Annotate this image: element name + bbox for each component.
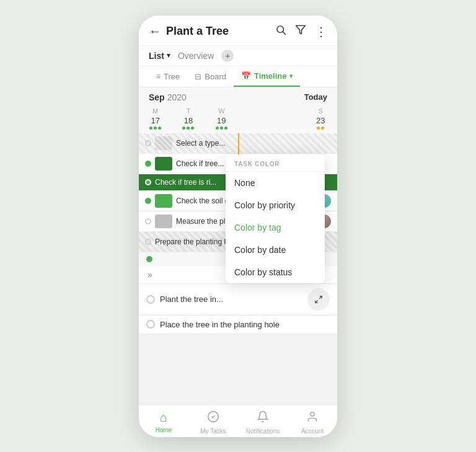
phone-frame: ← Plant a Tree ⋮ List ▾ Overview + [139, 16, 337, 437]
tab-list[interactable]: List ▾ [149, 51, 170, 61]
nav-account-label: Account [301, 428, 324, 435]
dropdown-item-priority[interactable]: Color by priority [226, 194, 325, 216]
header-icons: ⋮ [275, 24, 327, 39]
svg-marker-2 [296, 25, 306, 34]
dropdown-item-status[interactable]: Color by status [226, 261, 325, 283]
tabs-row2: ≡ Tree ⊟ Board 📅 Timeline ▾ [139, 66, 337, 87]
dropdown-header: TASK COLOR [226, 154, 325, 171]
filter-icon[interactable] [295, 24, 306, 39]
tab-timeline-arrow: ▾ [289, 73, 293, 79]
nav-home[interactable]: ⌂ Home [139, 410, 188, 435]
timeline-icon: 📅 [241, 71, 251, 81]
more-icon[interactable]: ⋮ [315, 24, 327, 39]
svg-point-6 [311, 412, 315, 416]
nav-notifications-label: Notifications [246, 428, 280, 435]
tab-board-label: Board [205, 72, 226, 81]
header: ← Plant a Tree ⋮ [139, 16, 337, 46]
nav-account[interactable]: Account [288, 410, 337, 435]
home-icon: ⌂ [160, 410, 167, 425]
tab-board[interactable]: ⊟ Board [187, 67, 234, 86]
dropdown-item-none[interactable]: None [226, 172, 325, 194]
tab-overview[interactable]: Overview [178, 51, 214, 61]
svg-line-1 [283, 32, 285, 34]
dropdown-item-date[interactable]: Color by date [226, 239, 325, 261]
task-color-dropdown: TASK COLOR None Color by priority Color … [226, 154, 325, 283]
tab-timeline-label: Timeline [254, 71, 287, 81]
notifications-icon [257, 410, 269, 426]
mytasks-icon [207, 410, 219, 426]
tree-icon: ≡ [156, 72, 161, 81]
board-icon: ⊟ [195, 72, 201, 81]
tab-tree[interactable]: ≡ Tree [149, 67, 187, 86]
bottom-nav: ⌂ Home My Tasks Notifications [139, 405, 337, 437]
tab-tree-label: Tree [164, 72, 180, 81]
back-button[interactable]: ← [149, 24, 161, 38]
nav-notifications[interactable]: Notifications [238, 410, 288, 435]
search-icon[interactable] [275, 24, 286, 39]
tab-add-button[interactable]: + [221, 50, 234, 62]
dropdown-item-tag[interactable]: Color by tag [226, 216, 325, 239]
nav-home-label: Home [156, 427, 172, 433]
dropdown-overlay[interactable]: TASK COLOR None Color by priority Color … [139, 87, 337, 405]
tabs-row1: List ▾ Overview + [139, 46, 337, 66]
main-content: Sep 2020 Today M 17 T 18 [139, 87, 337, 405]
tab-list-label: List [149, 51, 164, 61]
tab-list-arrow: ▾ [167, 51, 170, 60]
page-title: Plant a Tree [166, 25, 275, 38]
nav-mytasks[interactable]: My Tasks [188, 410, 238, 435]
nav-mytasks-label: My Tasks [200, 428, 226, 435]
account-icon [306, 410, 319, 426]
tab-timeline[interactable]: 📅 Timeline ▾ [234, 66, 301, 87]
